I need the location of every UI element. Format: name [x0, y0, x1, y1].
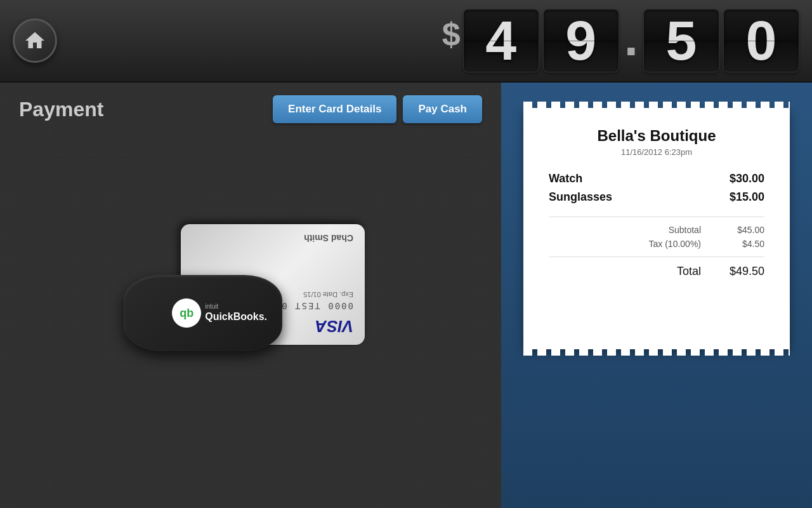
quickbooks-logo: qb intuit QuickBooks. [172, 298, 267, 328]
receipt-item-price: $15.00 [730, 190, 764, 204]
receipt-store-name: Bella's Boutique [549, 127, 764, 145]
tax-value: $4.50 [726, 239, 764, 249]
card-reader-area: VISA 0000 TEST 0000 0890 Exp. Date 01/15… [117, 224, 384, 402]
price-dollar-sign: $ [442, 15, 461, 53]
qb-letters: qb [180, 307, 193, 320]
home-button[interactable] [13, 18, 57, 63]
price-digit-1: 4 [463, 9, 539, 72]
price-display: $ 4 9 . 5 0 [442, 9, 799, 72]
tax-label: Tax (10.00%) [649, 239, 701, 249]
card-reader-device: qb intuit QuickBooks. [124, 275, 282, 351]
receipt-divider [549, 217, 764, 217]
receipt: Bella's Boutique 11/16/2012 6:23pm Watch… [523, 108, 790, 349]
pay-cash-button[interactable]: Pay Cash [403, 95, 482, 123]
price-digit-4: 0 [723, 9, 799, 72]
total-label: Total [677, 265, 701, 278]
receipt-subtotals: Subtotal $45.00 Tax (10.00%) $4.50 Total… [549, 225, 764, 278]
left-panel: Payment Enter Card Details Pay Cash VISA… [0, 83, 501, 508]
intuit-label: intuit [205, 303, 267, 311]
payment-buttons: Enter Card Details Pay Cash [273, 95, 482, 123]
quickbooks-label: QuickBooks. [205, 311, 267, 322]
receipt-item-name: Sunglasses [549, 190, 612, 204]
receipt-item-price: $30.00 [730, 172, 764, 185]
price-digit-2: 9 [543, 9, 619, 72]
receipt-date: 11/16/2012 6:23pm [549, 147, 764, 157]
receipt-items: Watch$30.00Sunglasses$15.00 [549, 172, 764, 204]
total-value: $49.50 [726, 265, 764, 278]
price-digits: 4 9 . 5 0 [463, 9, 799, 72]
receipt-total-row: Total $49.50 [549, 265, 764, 278]
card-expiry-value: 01/15 [303, 291, 321, 298]
qb-circle-icon: qb [172, 298, 201, 328]
top-bar: $ 4 9 . 5 0 [0, 0, 812, 83]
payment-header: Payment Enter Card Details Pay Cash [19, 95, 482, 123]
receipt-item-name: Watch [549, 172, 582, 185]
enter-card-details-button[interactable]: Enter Card Details [273, 95, 396, 123]
subtotal-value: $45.00 [726, 225, 764, 235]
receipt-item: Watch$30.00 [549, 172, 764, 185]
receipt-item: Sunglasses$15.00 [549, 190, 764, 204]
main-content: Payment Enter Card Details Pay Cash VISA… [0, 83, 812, 508]
card-expiry-label: Exp. Date [323, 291, 353, 298]
qb-text-area: intuit QuickBooks. [205, 303, 267, 323]
price-dot: . [624, 9, 638, 72]
right-panel: Bella's Boutique 11/16/2012 6:23pm Watch… [501, 83, 812, 508]
card-logo: VISA [315, 316, 353, 336]
receipt-subtotal-row: Subtotal $45.00 [549, 225, 764, 235]
payment-title: Payment [19, 98, 273, 121]
receipt-tax-row: Tax (10.00%) $4.50 [549, 239, 764, 249]
home-icon [23, 29, 46, 52]
price-digit-3: 5 [643, 9, 719, 72]
receipt-divider-2 [549, 257, 764, 257]
subtotal-label: Subtotal [669, 225, 701, 235]
cardholder-name: Chad Smith [192, 233, 353, 243]
